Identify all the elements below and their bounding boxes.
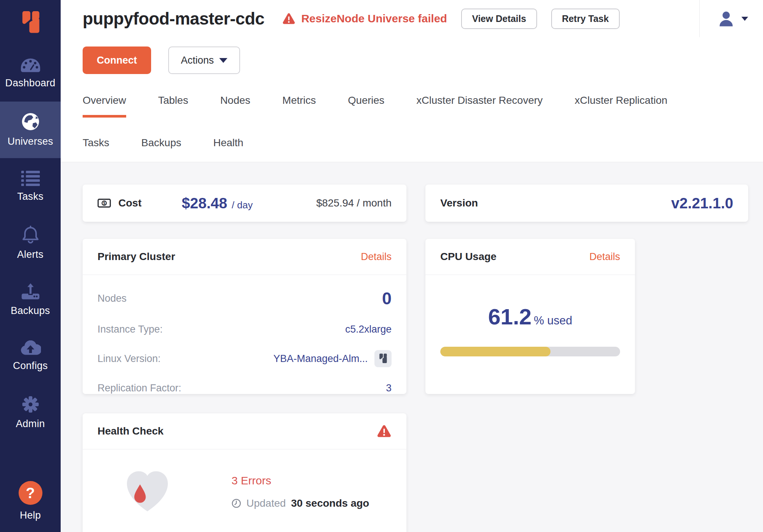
topbar: puppyfood-master-cdc ResizeNode Universe… — [61, 0, 763, 162]
cluster-row-nodes: Nodes 0 — [98, 288, 392, 308]
row-value: c5.2xlarge — [345, 324, 392, 335]
yugabyte-badge-icon — [374, 350, 392, 367]
sidebar-item-configs[interactable]: Configs — [0, 328, 61, 384]
bell-icon — [22, 225, 39, 244]
chevron-down-icon — [741, 17, 748, 21]
backup-upload-icon — [21, 282, 40, 300]
cost-per-month: $825.94 / month — [316, 197, 392, 209]
globe-icon — [21, 112, 40, 131]
tab-health[interactable]: Health — [213, 137, 243, 162]
cpu-usage-title: CPU Usage — [440, 251, 497, 263]
sidebar-item-backups[interactable]: Backups — [0, 271, 61, 328]
sidebar-item-help[interactable]: ? Help — [0, 473, 61, 529]
tab-nodes[interactable]: Nodes — [220, 94, 250, 118]
tab-queries[interactable]: Queries — [348, 94, 384, 118]
sidebar-item-label: Tasks — [17, 191, 44, 202]
health-check-card: Health Check 3 Errors — [83, 413, 406, 532]
sidebar-item-label: Dashboard — [5, 77, 55, 89]
version-value: v2.21.1.0 — [671, 195, 733, 212]
help-icon: ? — [19, 481, 42, 505]
universe-tabs: Overview Tables Nodes Metrics Queries xC… — [83, 94, 763, 162]
user-menu[interactable] — [717, 9, 748, 28]
sidebar-item-label: Alerts — [17, 249, 44, 260]
cluster-row-instance-type: Instance Type: c5.2xlarge — [98, 321, 392, 338]
chevron-down-icon — [219, 58, 227, 63]
cost-card: $ Cost $28.48 / day $825.94 / month — [83, 185, 406, 222]
money-icon: $ — [98, 199, 111, 208]
sidebar-item-label: Help — [20, 510, 41, 521]
health-errors-link[interactable]: 3 Errors — [232, 474, 271, 487]
cluster-row-linux-version: Linux Version: YBA-Managed-Alm... — [98, 350, 392, 367]
tasks-list-icon — [21, 170, 40, 186]
row-value: YBA-Managed-Alm... — [273, 353, 368, 365]
sidebar-item-label: Admin — [16, 418, 45, 430]
tab-overview[interactable]: Overview — [83, 94, 126, 118]
universe-alert: ResizeNode Universe failed — [282, 12, 447, 25]
cost-label: Cost — [118, 197, 141, 209]
cluster-row-replication-factor: Replication Factor: 3 — [98, 379, 392, 397]
header-divider — [699, 0, 700, 37]
cpu-percent-unit: % used — [534, 314, 572, 327]
actions-button-label: Actions — [181, 55, 214, 66]
alert-text: ResizeNode Universe failed — [301, 12, 447, 25]
heart-blood-icon — [123, 468, 172, 515]
tab-tasks[interactable]: Tasks — [83, 137, 109, 162]
tab-metrics[interactable]: Metrics — [282, 94, 316, 118]
cost-per-day-unit: / day — [232, 199, 253, 211]
version-label: Version — [440, 197, 478, 209]
tab-tables[interactable]: Tables — [158, 94, 188, 118]
sidebar-item-universes[interactable]: Universes — [0, 102, 61, 158]
warning-triangle-icon — [282, 13, 296, 25]
cpu-usage-details-link[interactable]: Details — [589, 251, 620, 263]
sidebar-item-dashboard[interactable]: Dashboard — [0, 45, 61, 102]
primary-cluster-card: Primary Cluster Details Nodes 0 Instance… — [83, 239, 406, 394]
sidebar-item-label: Configs — [13, 360, 48, 372]
tab-backups[interactable]: Backups — [141, 137, 181, 162]
primary-cluster-details-link[interactable]: Details — [361, 251, 392, 263]
sidebar-item-admin[interactable]: Admin — [0, 384, 61, 441]
cpu-percent-value: 61.2 — [488, 304, 531, 329]
row-value: 3 — [386, 382, 392, 394]
cpu-progress-track — [440, 347, 620, 356]
tab-xcluster-disaster-recovery[interactable]: xCluster Disaster Recovery — [416, 94, 543, 118]
cpu-usage-card: CPU Usage Details 61.2% used — [425, 239, 635, 394]
row-label: Nodes — [98, 293, 127, 304]
connect-button[interactable]: Connect — [83, 47, 151, 74]
sidebar-item-tasks[interactable]: Tasks — [0, 158, 61, 215]
sidebar-item-label: Universes — [7, 136, 53, 147]
row-value: 0 — [382, 288, 392, 308]
yugabyte-logo[interactable] — [0, 0, 61, 45]
version-card: Version v2.21.1.0 — [425, 185, 748, 222]
health-check-title: Health Check — [98, 425, 163, 437]
sidebar: Dashboard Universes Tasks Alerts — [0, 0, 61, 532]
cloud-upload-icon — [20, 340, 41, 356]
clock-icon — [232, 499, 241, 508]
user-avatar-icon — [717, 9, 735, 28]
cost-per-day-value: $28.48 — [182, 195, 227, 212]
svg-text:$: $ — [103, 201, 105, 205]
yugabyte-y-icon — [19, 8, 42, 37]
retry-task-button[interactable]: Retry Task — [551, 9, 620, 29]
page-title: puppyfood-master-cdc — [83, 9, 264, 29]
row-label: Linux Version: — [98, 353, 161, 365]
health-warning-icon — [377, 424, 392, 438]
sidebar-item-label: Backups — [11, 305, 50, 317]
gauge-icon — [20, 58, 41, 73]
tab-xcluster-replication[interactable]: xCluster Replication — [575, 94, 667, 118]
cpu-progress-fill — [440, 347, 550, 356]
view-details-button[interactable]: View Details — [461, 9, 537, 29]
actions-button[interactable]: Actions — [168, 47, 240, 74]
row-label: Instance Type: — [98, 324, 163, 335]
gear-icon — [22, 395, 39, 413]
updated-label: Updated — [246, 497, 286, 509]
updated-value: 30 seconds ago — [291, 497, 369, 509]
sidebar-item-alerts[interactable]: Alerts — [0, 215, 61, 271]
primary-cluster-title: Primary Cluster — [98, 251, 175, 263]
row-label: Replication Factor: — [98, 382, 181, 394]
